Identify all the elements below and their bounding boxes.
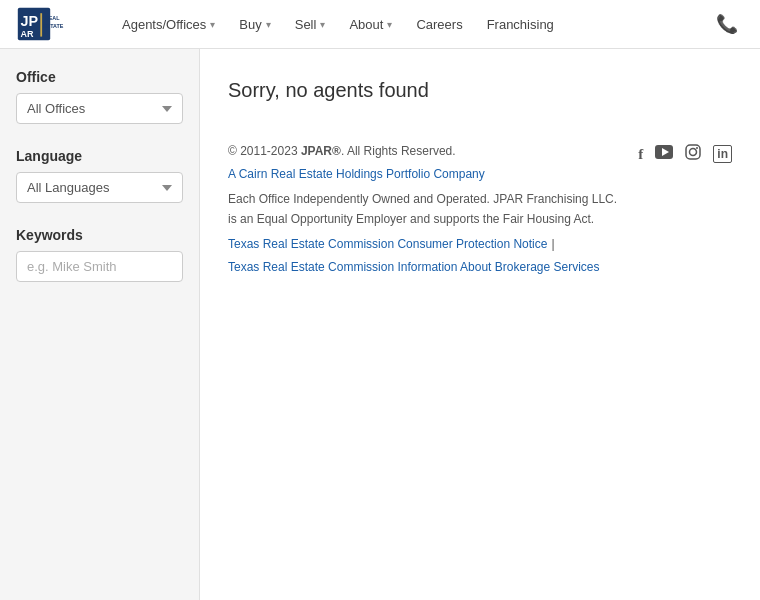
header: JP AR REAL ESTATE Agents/Offices ▾ Buy ▾… <box>0 0 760 49</box>
youtube-icon[interactable] <box>655 145 673 163</box>
footer-portfolio-link: A Cairn Real Estate Holdings Portfolio C… <box>228 165 618 184</box>
trec-notice-link[interactable]: Texas Real Estate Commission Consumer Pr… <box>228 235 547 254</box>
portfolio-link[interactable]: A Cairn Real Estate Holdings Portfolio C… <box>228 167 485 181</box>
phone-icon: 📞 <box>716 14 738 34</box>
nav-item-sell[interactable]: Sell ▾ <box>285 11 336 38</box>
trec-brokerage-link[interactable]: Texas Real Estate Commission Information… <box>228 258 600 277</box>
chevron-down-icon: ▾ <box>387 19 392 30</box>
facebook-icon[interactable]: f <box>638 146 643 163</box>
language-select[interactable]: All Languages <box>16 172 183 203</box>
language-label: Language <box>16 148 183 164</box>
main-nav: Agents/Offices ▾ Buy ▾ Sell ▾ About ▾ Ca… <box>112 11 710 38</box>
logo[interactable]: JP AR REAL ESTATE <box>16 5 88 43</box>
sidebar: Office All Offices Language All Language… <box>0 49 200 600</box>
footer-text: © 2011-2023 JPAR®. All Rights Reserved. … <box>228 142 618 277</box>
keywords-label: Keywords <box>16 227 183 243</box>
logo-icon: JP AR REAL ESTATE <box>16 5 88 43</box>
instagram-icon[interactable] <box>685 144 701 164</box>
svg-point-9 <box>690 149 697 156</box>
svg-text:AR: AR <box>21 29 34 39</box>
nav-item-buy[interactable]: Buy ▾ <box>229 11 280 38</box>
nav-item-agents-offices[interactable]: Agents/Offices ▾ <box>112 11 225 38</box>
no-agents-message: Sorry, no agents found <box>228 79 732 102</box>
chevron-down-icon: ▾ <box>266 19 271 30</box>
office-label: Office <box>16 69 183 85</box>
main-content: Sorry, no agents found © 2011-2023 JPAR®… <box>200 49 760 600</box>
office-select[interactable]: All Offices <box>16 93 183 124</box>
chevron-down-icon: ▾ <box>320 19 325 30</box>
brand-name: JPAR® <box>301 144 341 158</box>
page-layout: Office All Offices Language All Language… <box>0 49 760 600</box>
keywords-input[interactable] <box>16 251 183 282</box>
nav-item-careers[interactable]: Careers <box>406 11 472 38</box>
svg-rect-8 <box>686 145 700 159</box>
phone-button[interactable]: 📞 <box>710 7 744 41</box>
chevron-down-icon: ▾ <box>210 19 215 30</box>
office-filter-section: Office All Offices <box>16 69 183 124</box>
svg-text:JP: JP <box>21 13 39 29</box>
footer-copyright: © 2011-2023 JPAR®. All Rights Reserved. <box>228 142 618 161</box>
linkedin-icon[interactable]: in <box>713 145 732 163</box>
svg-text:REAL: REAL <box>45 15 60 21</box>
footer-social-icons: f in <box>638 144 732 164</box>
footer-body-text: Each Office Independently Owned and Oper… <box>228 190 618 228</box>
svg-text:ESTATE: ESTATE <box>43 23 64 29</box>
svg-point-10 <box>696 147 698 149</box>
keywords-filter-section: Keywords <box>16 227 183 282</box>
nav-item-about[interactable]: About ▾ <box>339 11 402 38</box>
language-filter-section: Language All Languages <box>16 148 183 203</box>
nav-item-franchising[interactable]: Franchising <box>477 11 564 38</box>
footer: © 2011-2023 JPAR®. All Rights Reserved. … <box>228 142 732 277</box>
footer-trec-links: Texas Real Estate Commission Consumer Pr… <box>228 235 618 277</box>
